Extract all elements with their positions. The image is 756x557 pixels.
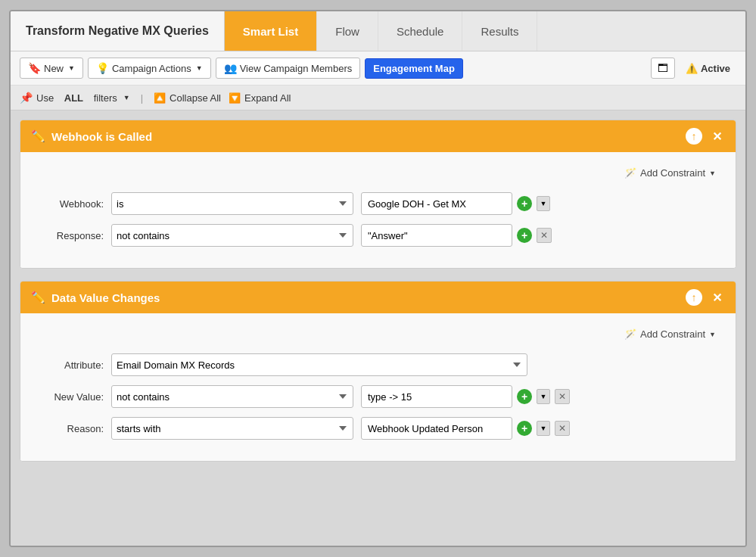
attribute-label: Attribute: [36,359,104,371]
webhook-card-close-button[interactable]: ✕ [708,128,725,145]
reason-remove-button[interactable]: ✕ [555,421,570,436]
window-icon: 🗔 [658,62,668,74]
webhook-card-actions: ↑ ✕ [686,128,725,145]
new-button[interactable]: 🔖 New ▼ [20,58,83,79]
add-constraint2-dropdown-icon: ▼ [709,331,716,338]
tab-smart-list[interactable]: Smart List [225,11,317,51]
tab-bar: Transform Negative MX Queries Smart List… [11,11,745,51]
lightbulb-icon: 💡 [96,62,109,74]
webhook-card: ✏️ Webhook is Called ↑ ✕ 🪄 Add Constrain… [20,120,736,269]
expand-all-button[interactable]: 🔽 Expand All [229,92,291,104]
people-icon: 👥 [224,62,237,74]
engagement-map-button[interactable]: Engagement Map [365,58,463,79]
response-value-add-button[interactable]: + [517,228,532,243]
reason-value-add-button[interactable]: + [517,421,532,436]
new-dropdown-icon: ▼ [68,64,75,72]
bookmark-icon: 🔖 [28,62,41,74]
response-remove-button[interactable]: ✕ [537,228,552,243]
wand-icon: 🪄 [624,167,636,179]
window-icon-button[interactable]: 🗔 [651,58,675,79]
new-value-add-button[interactable]: + [517,389,532,404]
attribute-value-field: Email Domain MX Records [111,353,527,376]
expand-icon: 🔽 [229,92,241,104]
tab-flow[interactable]: Flow [317,11,378,51]
collapse-all-button[interactable]: 🔼 Collapse All [154,92,221,104]
webhook-card-title-area: ✏️ Webhook is Called [31,129,152,143]
reason-operator-select[interactable]: starts with contains is is not [111,417,353,440]
webhook-label: Webhook: [36,198,104,210]
response-value-field: "Answer" + ✕ [361,224,552,247]
data-value-add-constraint-button[interactable]: 🪄 Add Constraint ▼ [620,325,720,343]
main-content: ✏️ Webhook is Called ↑ ✕ 🪄 Add Constrain… [11,110,745,546]
response-value-display: "Answer" [361,224,512,247]
new-value-label: New Value: [36,391,104,403]
data-value-card-up-button[interactable]: ↑ [686,289,702,306]
new-value-value-field: type -> 15 + ▼ ✕ [361,385,570,408]
webhook-value-display: Google DOH - Get MX [361,192,512,215]
webhook-row-webhook: Webhook: is is not contains Google DOH -… [36,192,720,215]
data-value-card-actions: ↑ ✕ [686,289,725,306]
response-label: Response: [36,230,104,241]
tabs-right: Smart List Flow Schedule Results [225,11,538,51]
filter-icon: 📌 [20,92,33,104]
status-badge: ⚠️ Active [680,60,736,77]
webhook-value-field: Google DOH - Get MX + ▼ [361,192,550,215]
data-value-card-title-area: ✏️ Data Value Changes [31,291,160,304]
app-title: Transform Negative MX Queries [11,11,225,51]
data-value-card-close-button[interactable]: ✕ [708,289,725,306]
webhook-card-header: ✏️ Webhook is Called ↑ ✕ [20,120,736,152]
response-operator-select[interactable]: not contains contains is is not [111,224,353,247]
webhook-row-response: Response: not contains contains is is no… [36,224,720,247]
data-value-card-body: 🪄 Add Constraint ▼ Attribute: Email Doma… [20,313,736,461]
new-value-operator-select[interactable]: not contains contains is is not [111,385,353,408]
new-value-dropdown-button[interactable]: ▼ [537,389,550,404]
webhook-add-constraint-button[interactable]: 🪄 Add Constraint ▼ [620,164,720,182]
filter-bar: 📌 Use ALL filters ▼ | 🔼 Collapse All 🔽 E… [11,86,745,110]
campaign-actions-button[interactable]: 💡 Campaign Actions ▼ [88,58,211,79]
reason-value-field: Webhook Updated Person + ▼ ✕ [361,417,570,440]
tab-results[interactable]: Results [462,11,537,51]
warning-icon: ⚠️ [686,63,698,74]
webhook-icon: ✏️ [31,129,45,143]
collapse-icon: 🔼 [154,92,166,104]
webhook-value-dropdown-button[interactable]: ▼ [537,196,550,211]
use-all-filters[interactable]: 📌 Use ALL filters ▼ [20,92,130,104]
data-value-row-new-value: New Value: not contains contains is is n… [36,385,720,408]
campaign-actions-dropdown-icon: ▼ [196,64,203,72]
app-container: Transform Negative MX Queries Smart List… [9,10,747,547]
data-value-card: ✏️ Data Value Changes ↑ ✕ 🪄 Add Constrai… [20,281,736,462]
reason-value-dropdown-button[interactable]: ▼ [537,421,550,436]
webhook-value-add-button[interactable]: + [517,196,532,211]
view-campaign-members-button[interactable]: 👥 View Campaign Members [216,58,361,79]
filter-separator: | [141,92,143,104]
webhook-card-body: 🪄 Add Constraint ▼ Webhook: is is not co… [20,152,736,268]
webhook-operator-select[interactable]: is is not contains [111,192,353,215]
filter-dropdown-icon: ▼ [123,94,130,101]
data-value-row-attribute: Attribute: Email Domain MX Records [36,353,720,376]
new-value-remove-button[interactable]: ✕ [555,389,570,404]
new-value-display: type -> 15 [361,385,512,408]
tab-schedule[interactable]: Schedule [378,11,463,51]
data-value-add-constraint-row: 🪄 Add Constraint ▼ [36,325,720,343]
attribute-select[interactable]: Email Domain MX Records [111,353,527,376]
webhook-add-constraint-row: 🪄 Add Constraint ▼ [36,164,720,182]
data-value-icon: ✏️ [31,291,45,304]
reason-label: Reason: [36,423,104,434]
wand-icon2: 🪄 [624,328,636,340]
reason-value-display: Webhook Updated Person [361,417,512,440]
webhook-card-up-button[interactable]: ↑ [686,128,702,145]
data-value-card-header: ✏️ Data Value Changes ↑ ✕ [20,282,736,313]
toolbar: 🔖 New ▼ 💡 Campaign Actions ▼ 👥 View Camp… [11,51,745,86]
data-value-row-reason: Reason: starts with contains is is not W… [36,417,720,440]
add-constraint-dropdown-icon: ▼ [709,170,716,177]
